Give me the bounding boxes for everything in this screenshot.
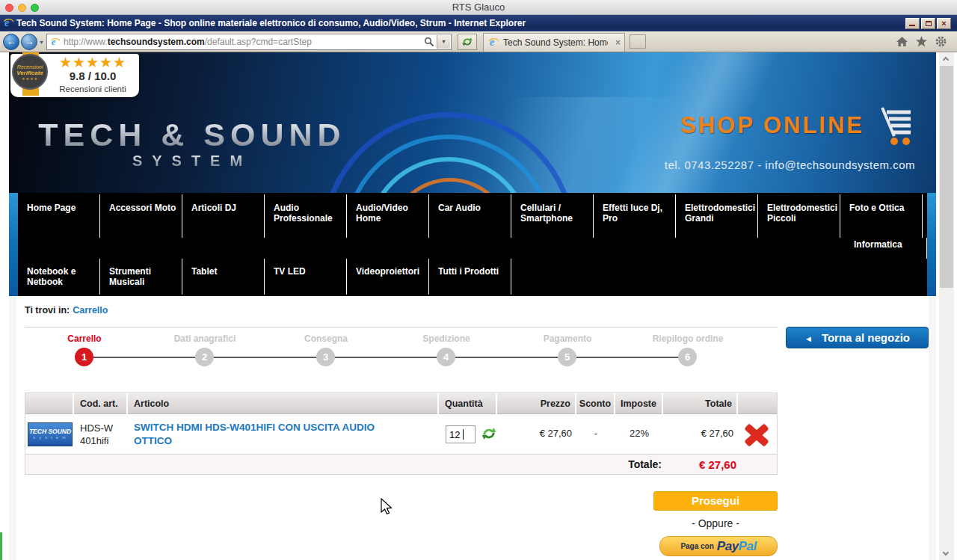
tab-favicon: e	[488, 37, 499, 51]
nav-item-informatica[interactable]: Informatica	[845, 238, 927, 259]
breadcrumb-link-carrello[interactable]: Carrello	[73, 305, 108, 316]
quantity-input[interactable]	[446, 425, 476, 443]
header-price: Prezzo	[497, 393, 576, 414]
contact-info: tel. 0743.252287 - info@techsoundsystem.…	[665, 159, 915, 171]
steps-connector-line	[84, 357, 688, 358]
nav-item-foto-e-ottica[interactable]: Foto e Ottica	[840, 194, 923, 238]
close-button[interactable]: ×	[937, 18, 951, 29]
divider	[25, 327, 778, 327]
nav-item-effetti-luce[interactable]: Effetti luce Dj, Pro	[594, 194, 676, 238]
step-circle-2[interactable]: 2	[195, 348, 214, 366]
nav-item-tv-led[interactable]: TV LED	[265, 259, 347, 295]
mac-minimize-button[interactable]	[18, 4, 26, 12]
item-qty-cell	[439, 414, 497, 455]
nav-item-car-audio[interactable]: Car Audio	[429, 194, 511, 238]
ie-titlebar: e Tech Sound System: Home Page - Shop on…	[0, 15, 957, 31]
cart-table-header: Cod. art. Articolo Quantità Prezzo Scont…	[25, 393, 777, 414]
step-circle-5[interactable]: 5	[558, 348, 576, 366]
site-container: TECH & SOUND SYSTEM SHOP ONLINE tel. 074…	[9, 52, 936, 560]
paypal-logo: Pay	[717, 539, 739, 553]
reviews-badge[interactable]: Recensioni Verificate ★★★★ ★★★★★ 9.8 / 1…	[10, 54, 139, 97]
vertical-scrollbar[interactable]	[939, 52, 954, 560]
cart-total-value: € 27,60	[665, 455, 739, 474]
or-divider-text: - Oppure -	[653, 517, 778, 529]
address-bar[interactable]: e http://www.techsoundsystem.com/default…	[46, 34, 452, 50]
product-thumbnail[interactable]: TECH SOUND s y s t e m	[28, 422, 73, 446]
history-dropdown[interactable]: ▼	[39, 40, 44, 45]
search-icon[interactable]	[424, 37, 434, 50]
favorites-star-icon[interactable]	[915, 35, 929, 49]
chevron-down-icon	[943, 550, 949, 556]
text-caret	[463, 429, 464, 440]
site-banner: TECH & SOUND SYSTEM SHOP ONLINE tel. 074…	[9, 52, 936, 193]
delete-item-icon[interactable]	[742, 421, 771, 449]
maximize-button[interactable]	[921, 18, 935, 29]
step-circle-1[interactable]: 1	[75, 348, 93, 366]
header-total: Totale	[663, 393, 738, 414]
header-delete	[738, 393, 775, 414]
nav-item-elettrodomestici-piccoli[interactable]: Elettrodomestici Piccoli	[758, 194, 840, 238]
browser-tab[interactable]: e Tech Sound System: Home P... ×	[483, 33, 625, 52]
restore-icon	[926, 21, 932, 26]
back-to-shop-button[interactable]: ◄Torna al negozio	[786, 327, 929, 348]
browser-toolbar: ← → ▼ e http://www.techsoundsystem.com/d…	[0, 31, 957, 52]
header-thumb	[25, 393, 74, 414]
nav-item-strumenti-musicali[interactable]: Strumenti Musicali	[100, 259, 182, 295]
forward-icon: →	[25, 36, 34, 47]
nav-item-tutti-i-prodotti[interactable]: Tutti i Prodotti	[429, 259, 511, 295]
nav-item-cellulari-smartphone[interactable]: Cellulari / Smartphone	[511, 194, 594, 238]
breadcrumb-label: Ti trovi in:	[25, 305, 70, 316]
header-tax: Imposte	[615, 393, 663, 414]
nav-item-notebook-netbook[interactable]: Notebook e Netbook	[18, 259, 100, 295]
update-quantity-icon[interactable]	[481, 425, 497, 442]
forward-button[interactable]: →	[21, 34, 37, 50]
refresh-button[interactable]	[458, 34, 477, 50]
scroll-down-button[interactable]	[939, 547, 954, 560]
mac-close-button[interactable]	[5, 4, 13, 12]
new-tab-button[interactable]	[630, 34, 646, 49]
back-arrow-icon: ◄	[804, 334, 813, 343]
nav-row-overflow: Informatica	[18, 238, 927, 259]
desktop-edge-sliver	[0, 532, 2, 560]
rating-score: 9.8 / 10.0	[48, 70, 138, 82]
step-label-dati-anagrafici: Dati anagrafici	[145, 333, 265, 344]
screen: RTS Glauco e Tech Sound System: Home Pag…	[0, 0, 957, 560]
minimize-icon	[909, 25, 915, 26]
nav-item-audio-video-home[interactable]: Audio/Video Home	[347, 194, 429, 238]
nav-item-articoli-dj[interactable]: Articoli DJ	[182, 194, 265, 238]
back-button[interactable]: ←	[3, 34, 19, 50]
mac-zoom-button[interactable]	[31, 4, 39, 12]
gear-icon[interactable]	[935, 35, 948, 49]
nav-item-elettrodomestici-grandi[interactable]: Elettrodomestici Grandi	[676, 194, 758, 238]
step-label-pagamento: Pagamento	[508, 333, 627, 344]
mouse-cursor-icon	[378, 498, 395, 520]
verified-reviews-medal: Recensioni Verificate ★★★★	[12, 54, 48, 90]
nav-item-tablet[interactable]: Tablet	[182, 259, 265, 295]
nav-item-audio-professionale[interactable]: Audio Professionale	[265, 194, 347, 238]
mac-titlebar: RTS Glauco	[0, 0, 957, 15]
address-dropdown[interactable]: ▼	[437, 35, 450, 49]
rating-caption: Recensioni clienti	[48, 84, 138, 93]
paypal-button[interactable]: Paga conPayPal	[659, 536, 778, 556]
product-link[interactable]: SWITCH HDMI HDS-W401HIFI CON USCITA AUDI…	[128, 414, 404, 448]
home-icon[interactable]	[896, 35, 909, 49]
proceed-button[interactable]: Prosegui	[653, 491, 778, 511]
nav-item-home-page[interactable]: Home Page	[18, 194, 100, 238]
nav-item-accessori-moto[interactable]: Accessori Moto	[100, 194, 182, 238]
step-circle-6[interactable]: 6	[678, 348, 697, 366]
header-qty: Quantità	[439, 393, 497, 414]
nav-item-videoproiettori[interactable]: Videoproiettori	[347, 259, 429, 295]
rating-stars-icon: ★★★★★	[48, 54, 138, 71]
step-label-riepilogo: Riepilogo ordine	[628, 333, 748, 344]
site-logo: TECH & SOUND	[31, 117, 353, 153]
nav-row-1: Home Page Accessori Moto Articoli DJ Aud…	[18, 194, 927, 238]
header-code: Cod. art.	[74, 393, 128, 414]
scrollbar-thumb[interactable]	[940, 66, 953, 288]
scroll-up-button[interactable]	[939, 52, 954, 65]
step-circle-4[interactable]: 4	[437, 348, 455, 366]
url-text[interactable]: http://www.techsoundsystem.com/default.a…	[64, 34, 312, 49]
minimize-button[interactable]	[905, 18, 920, 29]
tab-close-icon[interactable]: ×	[615, 34, 621, 52]
step-circle-3[interactable]: 3	[316, 348, 335, 366]
item-code-cell: HDS-W401hifi	[74, 414, 128, 455]
